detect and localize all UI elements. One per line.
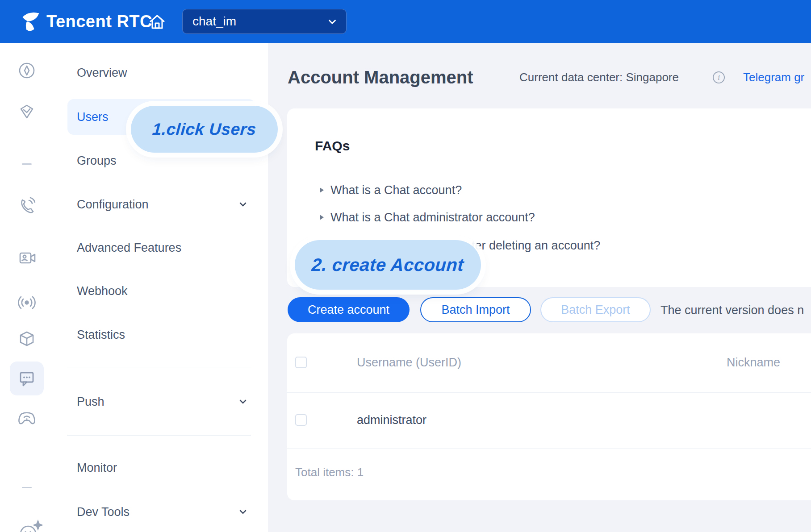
faq-item-partially-covered[interactable]: ter deleting an account? xyxy=(472,237,600,254)
app-selector-dropdown[interactable]: chat_im xyxy=(182,9,347,34)
faq-item[interactable]: What is a Chat administrator account? xyxy=(330,209,535,226)
table-row-username: administrator xyxy=(357,413,426,427)
app-selector-value: chat_im xyxy=(192,9,236,33)
rail-section-divider xyxy=(22,163,32,165)
sidebar-item-label: Statistics xyxy=(77,320,125,349)
cube-icon[interactable] xyxy=(17,329,37,349)
sidebar-divider xyxy=(67,367,251,367)
sidebar-item-label: Webhook xyxy=(77,277,128,305)
annotation-step2-bubble: 2. create Account xyxy=(295,240,481,290)
sidebar-item-push[interactable]: Push xyxy=(67,387,255,416)
sidebar-item-configuration[interactable]: Configuration xyxy=(67,190,255,219)
tencent-rtc-logo-icon[interactable] xyxy=(20,10,43,33)
chevron-down-icon xyxy=(326,16,338,28)
info-icon[interactable]: i xyxy=(713,71,725,83)
ai-assistant-icon[interactable] xyxy=(17,519,37,532)
page-title: Account Management xyxy=(288,67,473,87)
sidebar-item-label: Overview xyxy=(77,58,127,87)
sidebar-item-advanced-features[interactable]: Advanced Features xyxy=(67,233,255,262)
sidebar-item-label: Users xyxy=(77,103,109,131)
table-divider xyxy=(287,392,811,393)
chevron-down-icon xyxy=(238,199,248,210)
sidebar-item-label: Advanced Features xyxy=(77,233,181,262)
home-icon[interactable] xyxy=(147,12,167,32)
faq-title: FAQs xyxy=(315,137,350,155)
game-icon[interactable] xyxy=(17,407,37,428)
batch-import-button[interactable]: Batch Import xyxy=(420,297,531,322)
sidebar-divider xyxy=(67,435,251,436)
column-header-username: Username (UserID) xyxy=(357,356,461,369)
video-call-icon[interactable] xyxy=(17,248,37,268)
sidebar-item-webhook[interactable]: Webhook xyxy=(67,277,255,305)
annotation-step1-text: 1.click Users xyxy=(152,120,257,139)
sidebar-item-monitor[interactable]: Monitor xyxy=(67,453,255,482)
column-header-nickname: Nickname xyxy=(727,356,780,369)
annotation-step1-bubble: 1.click Users xyxy=(131,106,278,153)
chevron-down-icon xyxy=(238,507,248,517)
create-account-button[interactable]: Create account xyxy=(288,297,410,322)
top-navigation-bar: Tencent RTC chat_im xyxy=(0,0,811,43)
rail-section-divider xyxy=(22,487,32,488)
sidebar-item-label: Groups xyxy=(77,146,117,175)
sidebar-item-label: Configuration xyxy=(77,190,149,219)
sidebar-item-label: Push xyxy=(77,387,105,416)
chevron-down-icon xyxy=(238,396,248,407)
broadcast-icon[interactable] xyxy=(17,292,37,313)
faq-item[interactable]: What is a Chat account? xyxy=(330,182,462,199)
table-divider xyxy=(287,448,811,449)
batch-export-button: Batch Export xyxy=(540,297,651,322)
brand-title[interactable]: Tencent RTC xyxy=(46,0,152,43)
compass-icon[interactable] xyxy=(17,60,37,81)
total-items-text: Total items: 1 xyxy=(295,466,364,479)
annotation-step2-text: 2. create Account xyxy=(311,255,465,275)
telegram-group-link[interactable]: Telegram gr xyxy=(743,70,804,84)
gem-icon[interactable] xyxy=(17,101,37,122)
chat-icon[interactable] xyxy=(17,368,37,389)
version-note-text: The current version does n xyxy=(661,303,804,318)
sidebar-item-overview[interactable]: Overview xyxy=(67,58,255,87)
sidebar-item-label: Monitor xyxy=(77,453,117,482)
row-checkbox[interactable] xyxy=(295,414,307,426)
call-icon[interactable] xyxy=(17,195,37,216)
triangle-right-icon xyxy=(320,187,324,193)
sidebar-item-label: Dev Tools xyxy=(77,498,130,526)
rail-divider xyxy=(57,43,57,532)
sidebar-item-statistics[interactable]: Statistics xyxy=(67,320,255,349)
select-all-checkbox[interactable] xyxy=(295,357,307,368)
data-center-label: Current data center: Singapore xyxy=(519,70,679,84)
triangle-right-icon xyxy=(320,215,324,220)
sidebar-item-dev-tools[interactable]: Dev Tools xyxy=(67,498,255,526)
